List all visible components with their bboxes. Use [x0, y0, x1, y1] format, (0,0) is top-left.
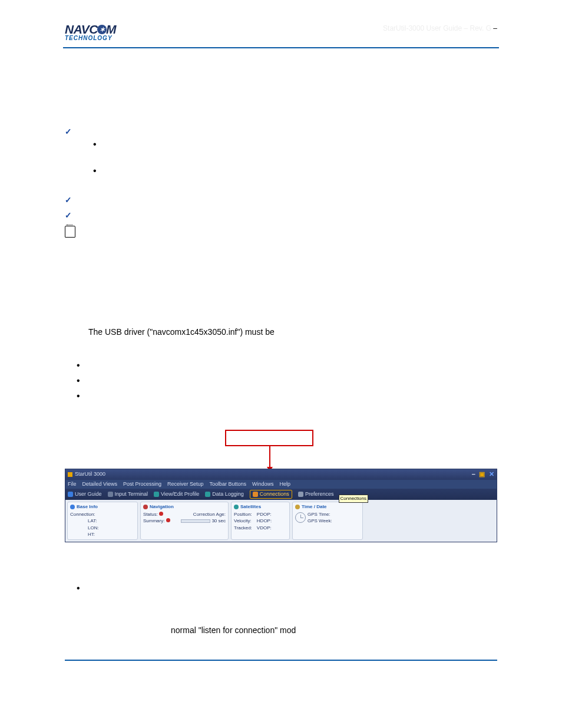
equipment-checklist: Communication Cable (there are two optio… [65, 126, 497, 221]
menu-toolbar-buttons[interactable]: Toolbar Buttons [209, 480, 246, 488]
tb-input-terminal[interactable]: Input Terminal [108, 490, 148, 498]
logo-star-icon: ✶ [97, 25, 107, 34]
menu-help[interactable]: Help [280, 480, 291, 488]
profile-icon [154, 492, 159, 497]
satellite-icon [234, 505, 239, 509]
callout-arrow [269, 446, 270, 471]
bullet-eth-modes: Ethernet Operation Modes: The SF-3050 ca… [77, 584, 497, 636]
clock-icon [295, 512, 306, 523]
step2-bullets: Open StarUtil 3000 Click the Connections… [65, 361, 497, 416]
logo-text-left: NAVC [65, 24, 98, 35]
header-dash: – [493, 24, 497, 32]
tb-connections[interactable]: Connections [250, 490, 292, 499]
section-title-establish: Establish Communications [65, 64, 497, 77]
figure-4: Connection Button StarUtil 3000 – ▣ ✕ Fi… [65, 430, 497, 557]
panel-base-info: Base Info Connection: LAT: LON: HT: [67, 502, 138, 540]
menu-file[interactable]: File [68, 480, 77, 488]
panel-satellites: Satellites Position: Velocity: Tracked: … [231, 502, 290, 540]
tooltip-connections: Connections [339, 495, 368, 503]
panel-time: Time / Date GPS Time: GPS Week: [292, 502, 363, 540]
tb-user-guide[interactable]: User Guide [68, 490, 102, 498]
step-1: 1. Perform one of these connections: [65, 272, 497, 284]
eth-modes-visible: normal "listen for connection" mod [171, 624, 497, 636]
panel-navigation: Navigation Status: Correction Age: Summa… [140, 502, 229, 540]
toolbar: User Guide Input Terminal View/Edit Prof… [65, 489, 497, 500]
usb-device-text-hidden: USB Device Port Connection: Connect the … [88, 288, 497, 324]
summary-dot-icon [166, 518, 170, 522]
bullet-open: Open StarUtil 3000 [77, 361, 497, 373]
globe-icon [70, 505, 75, 509]
usb-device-text-visible: The USB driver ("navcomx1c45x3050.inf") … [88, 326, 497, 338]
status-dot-icon [159, 512, 163, 516]
compass-icon [143, 505, 148, 509]
menubar: File Detailed Views Post Processing Rece… [65, 480, 497, 489]
note-usb-flash: Included in the USB Flash Drive is the G… [65, 225, 497, 249]
window-titlebar: StarUtil 3000 – ▣ ✕ [65, 469, 497, 480]
age-bar [181, 519, 210, 523]
check-item-cable: Communication Cable (there are two optio… [65, 126, 497, 190]
bullet-connections: Click the Connections button to open the… [77, 376, 497, 388]
check-item-laptop: Laptop/PC with Windows® XP, Vista, or Wi… [65, 194, 497, 206]
menu-receiver-setup[interactable]: Receiver Setup [167, 480, 204, 488]
clock-title-icon [295, 505, 300, 509]
plug-icon [253, 492, 258, 497]
logging-icon [205, 492, 210, 497]
minimize-button[interactable]: – [472, 470, 475, 477]
equipment-heading: Equipment [65, 83, 497, 94]
page-number: 14 [65, 664, 497, 674]
maximize-button[interactable]: ▣ [479, 470, 485, 477]
tb-data-logging[interactable]: Data Logging [205, 490, 244, 498]
sub-item-db9: DB9 female to DB9 male RS-232 cable (or … [93, 140, 497, 164]
figure-caption: Figure 4: Connections Button [65, 547, 497, 557]
step-2: 2. Configure the communications settings… [65, 345, 497, 357]
tb-view-profile[interactable]: View/Edit Profile [154, 490, 199, 498]
dashboard: Base Info Connection: LAT: LON: HT: Navi… [65, 500, 497, 542]
callout-connection-button: Connection Button [225, 430, 313, 446]
app-icon [68, 472, 72, 477]
tb-preferences[interactable]: Preferences [298, 490, 334, 498]
menu-detailed-views[interactable]: Detailed Views [82, 480, 117, 488]
sub-item-usb: USB 2.0 A/B cable connects the PC to the… [93, 166, 497, 190]
ethernet-bullets: Ethernet Operation Modes: The SF-3050 ca… [65, 584, 497, 636]
window-controls: – ▣ ✕ [470, 470, 494, 479]
bullet-conntype: Setup the appropriate Connection Type: C… [77, 391, 497, 416]
close-button[interactable]: ✕ [489, 470, 494, 477]
logo-subtext: TECHNOLOGY [65, 34, 116, 43]
equipment-intro: This equipment is required to establish … [65, 98, 497, 122]
check-item-cable-text: Communication Cable (there are two optio… [79, 127, 247, 136]
window-title: StarUtil 3000 [75, 470, 105, 478]
eth-intro-text: Ethernet Operation Modes: The SF-3050 ca… [88, 585, 439, 594]
eth-modes-hidden: Disabled, Static IP, or Dynamic IP (DHCP… [88, 598, 497, 622]
header-doc-title: StarUtil-3000 User Guide – Rev. G [383, 24, 491, 32]
heading-ethernet: Ethernet Setup [65, 568, 497, 579]
gear-icon [298, 492, 303, 497]
terminal-icon [108, 492, 113, 497]
starutil-window: StarUtil 3000 – ▣ ✕ File Detailed Views … [65, 469, 497, 542]
menu-post-processing[interactable]: Post Processing [123, 480, 161, 488]
usb-device-block: USB Device Port Connection: Connect the … [88, 288, 497, 338]
page-header: NAVC ✶ M TECHNOLOGY StarUtil-3000 User G… [65, 24, 497, 46]
navcom-logo: NAVC ✶ M TECHNOLOGY [65, 24, 116, 42]
check-item-starutil: StarUtil 3000 (included in supplied USB … [65, 209, 497, 221]
header-rule [63, 47, 499, 48]
logo-text-right: M [106, 24, 116, 35]
footer-rule [65, 660, 497, 661]
info-icon [68, 492, 73, 497]
menu-windows[interactable]: Windows [252, 480, 274, 488]
heading-connect: Connect Laptop/PC to GNSS Receiver [65, 257, 497, 269]
